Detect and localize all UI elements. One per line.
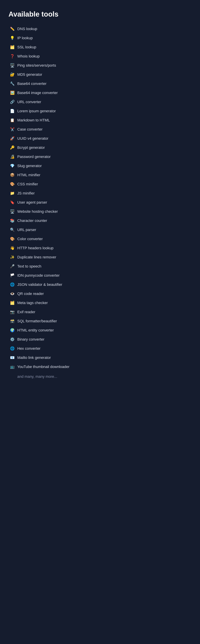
tool-item-ping-sites[interactable]: 🖥️Ping sites/servers/ports <box>9 61 191 70</box>
tool-item-text-to-speech[interactable]: 🎤Text to speech <box>9 262 191 271</box>
character-counter-icon: 📚 <box>10 218 15 223</box>
dns-lookup-icon: ✏️ <box>10 27 15 31</box>
more-text: and many, many more... <box>9 372 191 382</box>
tool-item-url-parser[interactable]: 🔍URL parser <box>9 225 191 234</box>
tool-item-markdown-to-html[interactable]: 📋Markdown to HTML <box>9 116 191 125</box>
url-parser-label: URL parser <box>17 228 36 232</box>
markdown-to-html-icon: 📋 <box>10 118 15 122</box>
case-converter-label: Case converter <box>17 127 43 132</box>
md5-generator-label: MD5 generator <box>17 72 42 77</box>
whois-lookup-label: Whois lookup <box>17 54 40 58</box>
tool-item-qr-code-reader[interactable]: 👁️QR code reader <box>9 289 191 298</box>
css-minifier-icon: 🎨 <box>10 182 15 186</box>
tool-item-ssl-lookup[interactable]: 🗂️SSL lookup <box>9 42 191 52</box>
tool-item-json-validator-beautifier[interactable]: 🌐JSON validator & beautifier <box>9 280 191 289</box>
base64-image-converter-icon: 🖼️ <box>10 91 15 95</box>
md5-generator-icon: 🔐 <box>10 72 15 77</box>
tool-item-mailto-link-generator[interactable]: 📧Mailto link generator <box>9 353 191 362</box>
tool-item-whois-lookup[interactable]: ❓Whois lookup <box>9 52 191 61</box>
tool-item-http-headers-lookup[interactable]: 👋HTTP headers lookup <box>9 244 191 253</box>
tool-item-md5-generator[interactable]: 🔐MD5 generator <box>9 70 191 79</box>
password-generator-icon: 🔏 <box>10 154 15 159</box>
js-minifier-icon: 📁 <box>10 191 15 196</box>
html-minifier-label: HTML minifier <box>17 173 40 177</box>
lorem-ipsum-generator-icon: 📄 <box>10 109 15 113</box>
ssl-lookup-icon: 🗂️ <box>10 45 15 50</box>
bcrypt-generator-icon: 🔑 <box>10 146 15 150</box>
tool-item-lorem-ipsum-generator[interactable]: 📄Lorem ipsum generator <box>9 106 191 116</box>
hex-converter-icon: 🌐 <box>10 346 15 351</box>
tool-item-css-minifier[interactable]: 🎨CSS minifier <box>9 180 191 189</box>
website-hosting-checker-icon: 🖥️ <box>10 209 15 214</box>
ip-lookup-label: IP lookup <box>17 36 33 40</box>
tool-item-js-minifier[interactable]: 📁JS minifier <box>9 189 191 198</box>
uuid-v4-generator-icon: 🚀 <box>10 136 15 141</box>
password-generator-label: Password generator <box>17 154 51 159</box>
html-minifier-icon: 📦 <box>10 173 15 177</box>
js-minifier-label: JS minifier <box>17 191 35 196</box>
http-headers-lookup-icon: 👋 <box>10 246 15 250</box>
ping-sites-icon: 🖥️ <box>10 63 15 68</box>
dns-lookup-label: DNS lookup <box>17 27 37 31</box>
tool-item-url-converter[interactable]: 🔗URL converter <box>9 98 191 106</box>
base64-image-converter-label: Base64 image converter <box>17 91 58 95</box>
tool-item-user-agent-parser[interactable]: 🔖User agent parser <box>9 198 191 207</box>
tool-item-html-minifier[interactable]: 📦HTML minifier <box>9 170 191 180</box>
tool-item-hex-converter[interactable]: 🌐Hex converter <box>9 344 191 353</box>
tools-list: ✏️DNS lookup💡IP lookup🗂️SSL lookup❓Whois… <box>9 24 191 372</box>
bcrypt-generator-label: Bcrypt generator <box>17 146 45 150</box>
tool-item-dns-lookup[interactable]: ✏️DNS lookup <box>9 24 191 34</box>
tool-item-meta-tags-checker[interactable]: 🗂️Meta tags checker <box>9 298 191 308</box>
tool-item-binary-converter[interactable]: ⚙️Binary converter <box>9 335 191 344</box>
tool-item-color-converter[interactable]: 🎨Color converter <box>9 234 191 244</box>
html-entity-converter-icon: 🌍 <box>10 328 15 332</box>
tool-item-exif-reader[interactable]: 📷Exif reader <box>9 308 191 316</box>
tool-item-youtube-thumbnail-downloader[interactable]: 📺YouTube thumbnail downloader <box>9 362 191 372</box>
hex-converter-label: Hex converter <box>17 346 41 351</box>
tool-item-idn-punnycode-converter[interactable]: 🏳️IDN punnycode converter <box>9 271 191 280</box>
tool-item-duplicate-lines-remover[interactable]: ✨Duplicate lines remover <box>9 253 191 262</box>
tool-item-website-hosting-checker[interactable]: 🖥️Website hosting checker <box>9 207 191 216</box>
tool-item-bcrypt-generator[interactable]: 🔑Bcrypt generator <box>9 143 191 152</box>
ip-lookup-icon: 💡 <box>10 36 15 40</box>
sql-formatter-beautifier-icon: 🗃️ <box>10 319 15 323</box>
url-converter-label: URL converter <box>17 100 41 104</box>
website-hosting-checker-label: Website hosting checker <box>17 209 58 214</box>
youtube-thumbnail-downloader-label: YouTube thumbnail downloader <box>17 364 69 369</box>
url-converter-icon: 🔗 <box>10 100 15 104</box>
meta-tags-checker-label: Meta tags checker <box>17 301 48 305</box>
qr-code-reader-icon: 👁️ <box>10 292 15 296</box>
exif-reader-label: Exif reader <box>17 310 35 314</box>
base64-converter-label: Base64 converter <box>17 82 46 86</box>
tool-item-ip-lookup[interactable]: 💡IP lookup <box>9 34 191 42</box>
tool-item-sql-formatter-beautifier[interactable]: 🗃️SQL formatter/beautifier <box>9 316 191 326</box>
tool-item-character-counter[interactable]: 📚Character counter <box>9 216 191 225</box>
json-validator-beautifier-icon: 🌐 <box>10 282 15 287</box>
tool-item-base64-converter[interactable]: 🔧Base64 converter <box>9 79 191 88</box>
text-to-speech-icon: 🎤 <box>10 264 15 268</box>
tool-item-uuid-v4-generator[interactable]: 🚀UUID v4 generator <box>9 134 191 143</box>
user-agent-parser-label: User agent parser <box>17 200 47 205</box>
slug-generator-icon: 💎 <box>10 164 15 168</box>
whois-lookup-icon: ❓ <box>10 54 15 58</box>
tool-item-password-generator[interactable]: 🔏Password generator <box>9 152 191 161</box>
text-to-speech-label: Text to speech <box>17 264 41 268</box>
idn-punnycode-converter-label: IDN punnycode converter <box>17 273 59 278</box>
mailto-link-generator-icon: 📧 <box>10 356 15 360</box>
duplicate-lines-remover-icon: ✨ <box>10 255 15 260</box>
ssl-lookup-label: SSL lookup <box>17 45 36 50</box>
html-entity-converter-label: HTML entity converter <box>17 328 54 332</box>
css-minifier-label: CSS minifier <box>17 182 38 186</box>
page-title: Available tools <box>9 10 191 18</box>
slug-generator-label: Slug generator <box>17 164 42 168</box>
case-converter-icon: ✂️ <box>10 127 15 132</box>
duplicate-lines-remover-label: Duplicate lines remover <box>17 255 56 260</box>
tool-item-slug-generator[interactable]: 💎Slug generator <box>9 161 191 170</box>
tool-item-base64-image-converter[interactable]: 🖼️Base64 image converter <box>9 88 191 98</box>
ping-sites-label: Ping sites/servers/ports <box>17 63 56 68</box>
qr-code-reader-label: QR code reader <box>17 292 44 296</box>
color-converter-label: Color converter <box>17 237 43 241</box>
tool-item-case-converter[interactable]: ✂️Case converter <box>9 125 191 134</box>
youtube-thumbnail-downloader-icon: 📺 <box>10 364 15 369</box>
tool-item-html-entity-converter[interactable]: 🌍HTML entity converter <box>9 326 191 335</box>
